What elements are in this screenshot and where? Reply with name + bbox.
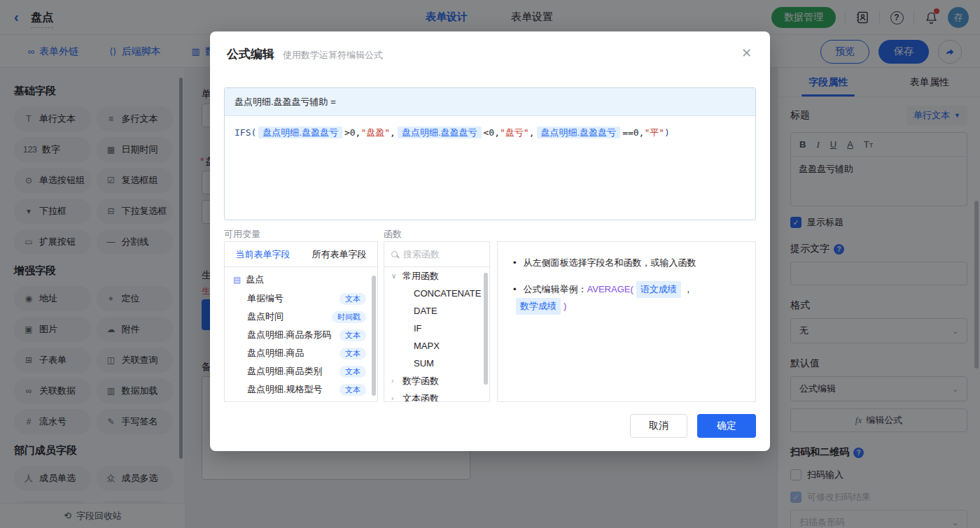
formula-token[interactable]: 盘点明细.盘盈盘亏: [537, 127, 621, 138]
functions-label: 函数: [384, 228, 402, 241]
modal-header: 公式编辑 使用数学运算符编辑公式: [210, 31, 770, 62]
formula-target: 盘点明细.盘盈盘亏辅助 =: [225, 88, 755, 116]
formula-editor-modal: 公式编辑 使用数学运算符编辑公式 ✕ 盘点明细.盘盈盘亏辅助 = IFS(盘点明…: [210, 31, 770, 451]
formula-token[interactable]: ==0,: [622, 127, 644, 138]
cancel-button[interactable]: 取消: [630, 414, 687, 438]
variable-row[interactable]: 盘点时间 时间戳: [225, 308, 377, 326]
formula-token[interactable]: "盘亏": [500, 127, 529, 138]
function-tree-row[interactable]: ∨ 常用函数: [384, 267, 489, 285]
functions-tree: ∨ 常用函数 CONCATENATE DATE IF MAPX: [384, 267, 489, 402]
variables-root-node[interactable]: ▤ 盘点: [225, 270, 377, 290]
formula-token[interactable]: 盘点明细.盘盈盘亏: [398, 127, 482, 138]
variable-name: 盘点时间: [247, 311, 284, 323]
variable-row[interactable]: 盘点明细.规格型号 文本: [225, 380, 377, 399]
function-tree-row[interactable]: CONCATENATE: [384, 285, 489, 302]
formula-token[interactable]: <0,: [484, 127, 500, 138]
formula-token[interactable]: 盘点明细.盘盈盘亏: [258, 127, 342, 138]
variables-root-label: 盘点: [246, 273, 264, 286]
search-icon: [391, 251, 398, 257]
variable-type-badge: 文本: [340, 384, 366, 396]
modal-subtitle: 使用数学运算符编辑公式: [283, 49, 383, 62]
modal-title: 公式编辑: [227, 46, 274, 62]
function-tree-row[interactable]: SUM: [384, 355, 489, 372]
bullet-icon: •: [513, 282, 517, 297]
variables-tabs: 当前表单字段 所有表单字段: [225, 242, 377, 267]
variable-type-badge: 文本: [340, 293, 366, 305]
variables-scrollbar[interactable]: [372, 276, 376, 396]
function-name: 数学函数: [402, 375, 439, 387]
tab-all-form-fields[interactable]: 所有表单字段: [301, 242, 377, 266]
function-search[interactable]: 搜索函数: [384, 242, 489, 267]
example-function-open: AVERAGE(: [587, 282, 634, 297]
variable-name: 盘点明细.商品类别: [247, 365, 323, 378]
variable-name: 盘点明细.商品条形码: [247, 329, 332, 341]
variable-row[interactable]: 盘点明细.商品类别 文本: [225, 362, 377, 380]
help-line-2: • 公式编辑举例： AVERAGE( 语文成绩 ， 数学成绩 ): [513, 281, 740, 315]
function-name: DATE: [414, 306, 438, 316]
variable-type-badge: 文本: [340, 366, 366, 378]
function-name: CONCATENATE: [414, 288, 481, 299]
formula-token[interactable]: ,: [529, 127, 535, 138]
variable-name: 盘点明细.商品: [247, 347, 304, 359]
example-comma: ，: [684, 282, 693, 297]
variables-panel: 当前表单字段 所有表单字段 ▤ 盘点 单据编号 文本 盘点时间 时间戳 盘点明细…: [224, 241, 378, 402]
function-tree-row[interactable]: IF: [384, 320, 489, 337]
function-tree-row[interactable]: DATE: [384, 302, 489, 320]
formula-input[interactable]: IFS(盘点明细.盘盈盘亏>0,"盘盈",盘点明细.盘盈盘亏<0,"盘亏",盘点…: [225, 116, 755, 150]
formula-editor: 盘点明细.盘盈盘亏辅助 = IFS(盘点明细.盘盈盘亏>0,"盘盈",盘点明细.…: [224, 87, 756, 220]
example-field-chip: 语文成绩: [636, 281, 681, 298]
function-name: 常用函数: [402, 270, 439, 283]
formula-token[interactable]: "盘盈": [360, 127, 390, 138]
function-tree-row[interactable]: MAPX: [384, 337, 489, 355]
formula-token[interactable]: ): [664, 127, 670, 138]
app-root: ‹ 盘点 表单设计 表单设置 数据管理 ?: [0, 0, 980, 528]
tab-current-form-fields[interactable]: 当前表单字段: [225, 242, 301, 266]
formula-token[interactable]: ,: [390, 127, 396, 138]
function-name: SUM: [414, 358, 434, 369]
variable-type-badge: 文本: [340, 329, 366, 341]
confirm-button[interactable]: 确定: [697, 414, 756, 438]
document-icon: ▤: [233, 275, 241, 285]
variables-label: 可用变量: [224, 228, 260, 241]
close-icon[interactable]: ✕: [741, 45, 752, 61]
formula-token[interactable]: >0,: [344, 127, 360, 138]
variables-list: 单据编号 文本 盘点时间 时间戳 盘点明细.商品条形码 文本 盘点明细.商品 文…: [225, 290, 377, 399]
variable-row[interactable]: 单据编号 文本: [225, 290, 377, 308]
example-field-chip: 数学成绩: [516, 298, 561, 315]
variable-name: 盘点明细.规格型号: [247, 383, 323, 396]
example-function-close: ): [564, 299, 566, 314]
variable-name: 单据编号: [247, 292, 284, 305]
functions-scrollbar[interactable]: [484, 273, 488, 385]
modal-footer: 取消 确定: [630, 414, 756, 438]
function-tree-row[interactable]: › 数学函数: [384, 372, 489, 390]
formula-help-panel: • 从左侧面板选择字段名和函数，或输入函数 • 公式编辑举例： AVERAGE(…: [497, 241, 756, 402]
chevron-icon: ›: [391, 377, 398, 385]
function-name: 文本函数: [402, 392, 439, 403]
functions-panel: 搜索函数 ∨ 常用函数 CONCATENATE DATE IF: [384, 241, 490, 402]
function-name: MAPX: [414, 341, 440, 351]
chevron-icon: ›: [391, 394, 398, 402]
function-tree-row[interactable]: › 文本函数: [384, 390, 489, 402]
variable-row[interactable]: 盘点明细.商品条形码 文本: [225, 326, 377, 344]
function-search-placeholder: 搜索函数: [403, 248, 440, 261]
bullet-icon: •: [513, 255, 517, 271]
help-line-1: • 从左侧面板选择字段名和函数，或输入函数: [513, 255, 740, 271]
formula-token[interactable]: "平": [644, 127, 664, 138]
formula-token[interactable]: IFS(: [234, 127, 256, 138]
variable-type-badge: 文本: [340, 348, 366, 359]
chevron-icon: ∨: [391, 272, 398, 280]
variable-row[interactable]: 盘点明细.商品 文本: [225, 344, 377, 362]
function-name: IF: [414, 323, 422, 334]
variable-type-badge: 时间戳: [332, 311, 366, 323]
